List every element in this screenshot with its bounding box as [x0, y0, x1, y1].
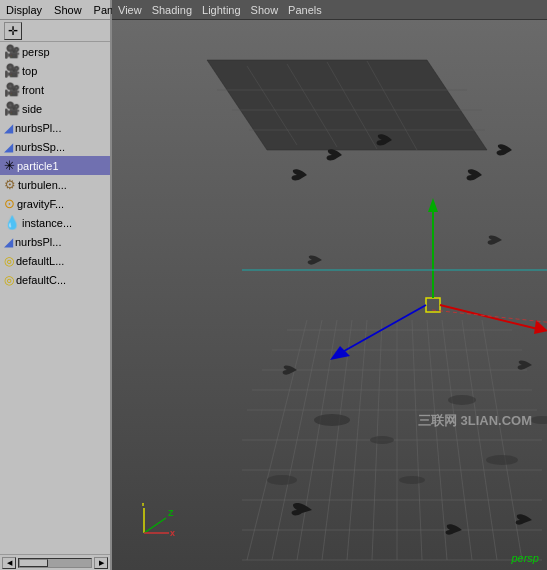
svg-text:Z: Z [168, 508, 174, 518]
mesh-icon-2: ◢ [4, 141, 13, 153]
menu-shading[interactable]: Shading [152, 4, 192, 16]
svg-point-35 [267, 475, 297, 485]
svg-point-34 [486, 455, 518, 465]
outliner-label-defaultl: defaultL... [16, 255, 64, 267]
svg-line-49 [144, 518, 166, 533]
outliner-label-nurbsplane2: nurbsPl... [15, 236, 61, 248]
outliner-label-side: side [22, 103, 42, 115]
outliner-label-turbulence: turbulen... [18, 179, 67, 191]
outliner-item-instance[interactable]: 💧 instance... [0, 213, 110, 232]
svg-point-32 [370, 436, 394, 444]
outliner-label-persp: persp [22, 46, 50, 58]
outliner-label-particle1: particle1 [17, 160, 59, 172]
outliner-item-top[interactable]: 🎥 top [0, 61, 110, 80]
turbulence-icon: ⚙ [4, 178, 16, 191]
menu-display[interactable]: Display [4, 4, 44, 16]
outliner-item-particle1[interactable]: ✳ particle1 [0, 156, 110, 175]
svg-point-33 [448, 395, 476, 405]
scroll-left-arrow[interactable]: ◀ [2, 557, 16, 569]
outliner-label-front: front [22, 84, 44, 96]
camera-icon-top: 🎥 [4, 64, 20, 77]
outliner-label-top: top [22, 65, 37, 77]
outliner-item-defaultl[interactable]: ◎ defaultL... [0, 251, 110, 270]
outliner-item-side[interactable]: 🎥 side [0, 99, 110, 118]
camera-icon-side: 🎥 [4, 102, 20, 115]
outliner-item-nurbsplane2[interactable]: ◢ nurbsPl... [0, 232, 110, 251]
viewport-label: persp [511, 552, 539, 564]
menu-panels-right[interactable]: Panels [288, 4, 322, 16]
menu-lighting[interactable]: Lighting [202, 4, 241, 16]
menu-show-left[interactable]: Show [52, 4, 84, 16]
outliner-item-nurbsplane1[interactable]: ◢ nurbsPl... [0, 118, 110, 137]
outliner-label-gravity: gravityF... [17, 198, 64, 210]
svg-point-36 [399, 476, 425, 484]
outliner-label-nurbsplane1: nurbsPl... [15, 122, 61, 134]
light-icon-1: ◎ [4, 255, 14, 267]
viewport[interactable]: 三联网 3LIAN.COM Y Z x persp [112, 20, 547, 570]
outliner-item-persp[interactable]: 🎥 persp [0, 42, 110, 61]
outliner-item-nurbssphere1[interactable]: ◢ nurbsSp... [0, 137, 110, 156]
particle-icon: ✳ [4, 159, 15, 172]
mesh-icon-1: ◢ [4, 122, 13, 134]
outliner-label-defaultc: defaultC... [16, 274, 66, 286]
gravity-icon: ⊙ [4, 197, 15, 210]
outliner-item-defaultc[interactable]: ◎ defaultC... [0, 270, 110, 289]
menu-view[interactable]: View [118, 4, 142, 16]
outliner: 🎥 persp 🎥 top 🎥 front 🎥 side [0, 42, 110, 554]
mesh-icon-3: ◢ [4, 236, 13, 248]
outliner-item-gravity[interactable]: ⊙ gravityF... [0, 194, 110, 213]
axis-indicator: Y Z x [124, 503, 179, 545]
move-tool-icon[interactable]: ✛ [4, 22, 22, 40]
outliner-item-front[interactable]: 🎥 front [0, 80, 110, 99]
outliner-item-turbulence[interactable]: ⚙ turbulen... [0, 175, 110, 194]
camera-icon-persp: 🎥 [4, 45, 20, 58]
instance-icon: 💧 [4, 216, 20, 229]
svg-text:Y: Y [140, 503, 146, 508]
camera-icon-default: ◎ [4, 274, 14, 286]
outliner-label-instance: instance... [22, 217, 72, 229]
outliner-label-nurbssphere1: nurbsSp... [15, 141, 65, 153]
camera-icon-front: 🎥 [4, 83, 20, 96]
menu-show-right[interactable]: Show [251, 4, 279, 16]
svg-point-31 [314, 414, 350, 426]
scroll-right-arrow[interactable]: ▶ [94, 557, 108, 569]
svg-text:x: x [170, 528, 175, 538]
